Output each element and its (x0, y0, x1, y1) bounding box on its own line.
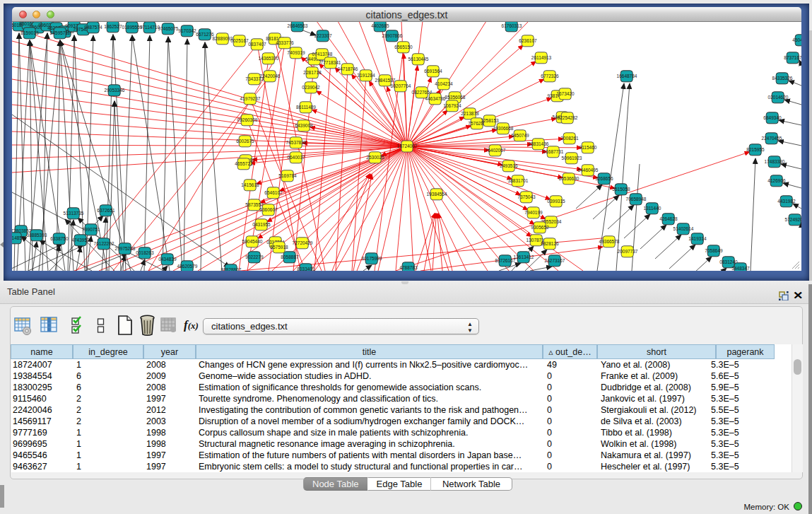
svg-text:85356068: 85356068 (445, 95, 466, 100)
svg-text:8215955: 8215955 (746, 147, 765, 152)
svg-text:19384554: 19384554 (427, 192, 447, 197)
svg-text:59045440: 59045440 (242, 239, 263, 244)
svg-text:5873557: 5873557 (245, 202, 264, 207)
svg-text:7375043: 7375043 (517, 194, 536, 199)
svg-text:50961923: 50961923 (562, 156, 582, 160)
svg-text:84335326: 84335326 (772, 76, 793, 81)
svg-text:0640037: 0640037 (287, 155, 305, 160)
svg-text:4655721: 4655721 (235, 161, 253, 166)
svg-text:6236107: 6236107 (519, 38, 537, 43)
svg-text:1067924: 1067924 (443, 103, 461, 108)
svg-text:20097737: 20097737 (618, 249, 638, 254)
svg-text:0434839: 0434839 (158, 257, 177, 262)
svg-text:38831701: 38831701 (508, 178, 529, 183)
svg-text:72720429: 72720429 (293, 240, 313, 245)
svg-text:51402614: 51402614 (673, 226, 694, 231)
svg-text:38885393: 38885393 (27, 233, 47, 238)
svg-text:6849340: 6849340 (763, 115, 782, 120)
svg-text:49366578: 49366578 (599, 239, 620, 244)
svg-text:97465075: 97465075 (158, 26, 179, 31)
svg-text:09260309: 09260309 (237, 117, 258, 122)
svg-text:77718341: 77718341 (321, 60, 341, 65)
svg-text:18724007: 18724007 (397, 144, 418, 148)
svg-text:6772326: 6772326 (541, 74, 559, 78)
svg-text:01687731: 01687731 (543, 149, 564, 154)
svg-text:4504000: 4504000 (792, 37, 801, 42)
svg-text:5575918: 5575918 (270, 245, 288, 250)
svg-text:83726167: 83726167 (495, 258, 516, 263)
svg-text:9115460: 9115460 (579, 145, 597, 150)
svg-text:82828807: 82828807 (221, 267, 242, 271)
svg-text:76402067: 76402067 (486, 148, 506, 153)
svg-text:2530025: 2530025 (366, 155, 384, 160)
svg-text:49306668: 49306668 (493, 126, 514, 131)
svg-text:13613412: 13613412 (514, 255, 534, 259)
svg-text:1419314: 1419314 (688, 236, 707, 241)
svg-text:1673420: 1673420 (556, 91, 575, 96)
svg-text:1258153: 1258153 (481, 118, 499, 123)
svg-text:7990751: 7990751 (82, 227, 100, 232)
svg-text:04718746: 04718746 (338, 66, 358, 71)
svg-text:6450749: 6450749 (511, 133, 529, 138)
svg-text:5515058: 5515058 (612, 187, 630, 192)
svg-text:7058649: 7058649 (705, 248, 723, 253)
svg-text:76122202: 76122202 (94, 241, 114, 246)
svg-text:82254282: 82254282 (558, 115, 578, 120)
svg-text:64460495: 64460495 (578, 168, 599, 173)
svg-text:7409319: 7409319 (287, 50, 305, 55)
svg-text:6338750: 6338750 (50, 236, 69, 241)
svg-text:6565150: 6565150 (394, 45, 413, 49)
svg-text:0239042: 0239042 (302, 85, 320, 90)
svg-text:6372651: 6372651 (97, 208, 115, 213)
svg-text:2493516: 2493516 (500, 163, 518, 168)
svg-text:22470455: 22470455 (762, 136, 782, 141)
svg-text:6691564: 6691564 (424, 69, 442, 74)
svg-text:7940199: 7940199 (524, 210, 543, 215)
svg-text:2213878: 2213878 (461, 111, 479, 116)
svg-text:6828126: 6828126 (541, 241, 559, 246)
svg-text:8737167: 8737167 (784, 55, 801, 60)
svg-text:14365370: 14365370 (259, 56, 279, 61)
svg-text:0431955: 0431955 (252, 222, 271, 227)
svg-text:0025167: 0025167 (230, 38, 249, 43)
svg-text:6671276: 6671276 (196, 32, 214, 37)
svg-text:28831436: 28831436 (529, 141, 549, 146)
svg-text:1415618: 1415618 (241, 182, 259, 187)
svg-text:51313735: 51313735 (64, 211, 84, 216)
svg-text:2281718: 2281718 (303, 70, 322, 75)
svg-text:4788783: 4788783 (399, 265, 418, 270)
svg-text:26114913: 26114913 (531, 55, 552, 60)
svg-text:3191284: 3191284 (357, 73, 375, 78)
svg-text:80175989: 80175989 (362, 256, 382, 261)
svg-text:28907866: 28907866 (382, 33, 403, 38)
svg-text:9022279: 9022279 (245, 255, 264, 259)
svg-text:56130445: 56130445 (408, 57, 429, 62)
svg-text:26846563: 26846563 (288, 23, 308, 28)
svg-text:4743957: 4743957 (71, 238, 90, 243)
svg-text:97114710: 97114710 (140, 25, 160, 30)
svg-text:60207764: 60207764 (391, 83, 411, 88)
svg-text:24595711: 24595711 (50, 30, 71, 35)
svg-text:5169784: 5169784 (278, 173, 297, 178)
svg-text:86111489: 86111489 (296, 105, 316, 110)
svg-text:29841537: 29841537 (375, 78, 396, 83)
svg-text:2008261: 2008261 (560, 136, 579, 141)
svg-text:6002675: 6002675 (236, 139, 254, 144)
svg-text:8033401: 8033401 (297, 267, 315, 271)
svg-text:8058887: 8058887 (281, 255, 299, 259)
svg-text:07413748: 07413748 (312, 52, 333, 57)
svg-text:8159013: 8159013 (20, 30, 39, 35)
svg-text:3448347: 3448347 (731, 266, 750, 271)
svg-text:4333776: 4333776 (276, 40, 294, 45)
svg-text:17483380: 17483380 (765, 159, 785, 164)
svg-text:61760313: 61760313 (502, 23, 522, 28)
svg-text:3268656: 3268656 (595, 176, 613, 181)
svg-text:9487574: 9487574 (84, 25, 102, 30)
svg-text:44634786: 44634786 (425, 96, 446, 101)
svg-text:60536630: 60536630 (559, 176, 579, 181)
svg-text:9170342: 9170342 (178, 28, 196, 33)
svg-text:0018263: 0018263 (136, 250, 154, 255)
svg-text:0837407: 0837407 (248, 42, 266, 47)
svg-text:24273167: 24273167 (545, 258, 565, 263)
svg-text:6546107: 6546107 (264, 190, 283, 195)
